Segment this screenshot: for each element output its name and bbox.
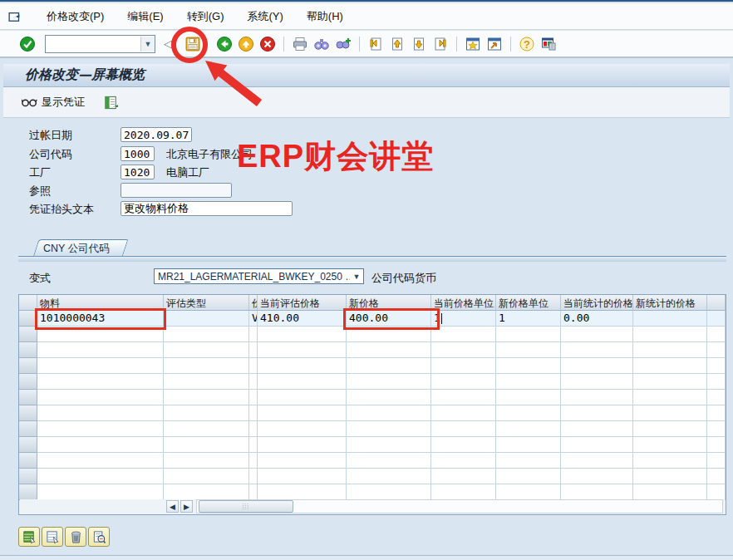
table-cell[interactable] [496,405,561,421]
table-cell[interactable] [37,342,164,358]
col-price-control[interactable]: 价 [249,295,258,311]
table-cell[interactable] [496,342,561,358]
table-cell[interactable] [496,390,561,405]
table-cell[interactable] [249,374,258,390]
table-cell[interactable] [496,358,561,374]
table-cell[interactable] [164,453,249,469]
help-icon[interactable]: ? [518,35,536,53]
table-cell[interactable] [164,311,249,327]
table-cell[interactable] [37,374,164,390]
system-menu-icon[interactable] [8,11,23,22]
table-cell[interactable] [164,358,249,374]
table-cell[interactable] [431,390,496,405]
table-cell[interactable] [496,437,561,453]
row-select-button[interactable] [19,484,37,500]
table-cell[interactable] [561,358,633,374]
row-select-button[interactable] [19,374,37,390]
plant-field[interactable]: 1020 [121,165,155,179]
next-page-icon[interactable] [410,35,428,53]
table-cell[interactable] [249,469,258,484]
table-cell[interactable] [37,453,164,469]
table-cell[interactable] [496,374,561,390]
scroll-left-icon[interactable]: ◀ [166,500,179,513]
table-cell[interactable] [633,390,707,405]
table-cell[interactable] [37,469,164,484]
table-cell[interactable] [258,405,347,421]
save-icon[interactable] [184,35,202,53]
find-next-icon[interactable] [334,35,352,53]
table-cell[interactable] [249,342,258,358]
table-cell[interactable] [633,421,707,437]
table-cell[interactable] [347,390,431,405]
menu-edit[interactable]: 编辑(E) [127,9,163,24]
table-cell[interactable] [633,484,707,500]
table-cell[interactable] [633,437,707,453]
table-cell[interactable] [37,358,164,374]
document-overview-icon[interactable] [101,93,120,111]
table-cell[interactable] [496,327,561,342]
table-cell[interactable] [249,484,258,500]
table-cell[interactable] [561,374,633,390]
col-current-valuation-price[interactable]: 当前评估价格 [258,295,347,311]
table-cell[interactable] [431,327,496,342]
table-cell[interactable] [258,453,347,469]
customize-layout-icon[interactable] [539,35,558,53]
table-cell[interactable] [431,437,496,453]
table-cell[interactable] [431,484,496,500]
table-cell[interactable] [258,358,347,374]
row-select-button[interactable] [19,358,37,374]
table-cell[interactable] [561,484,633,500]
col-current-stat-price[interactable]: 当前统计的价格 [561,295,633,311]
table-cell[interactable] [258,374,347,390]
back-icon[interactable] [215,35,234,53]
table-cell[interactable] [431,358,496,374]
table-cell[interactable] [561,469,633,484]
table-cell[interactable] [37,484,164,500]
table-cell[interactable] [258,327,347,342]
table-cell[interactable] [37,421,164,437]
table-cell[interactable] [347,421,431,437]
enter-icon[interactable] [18,35,37,53]
table-cell[interactable] [164,437,249,453]
table-cell[interactable] [633,311,707,327]
table-cell[interactable] [258,342,347,358]
table-cell[interactable] [347,453,431,469]
table-cell[interactable] [258,437,347,453]
previous-page-icon[interactable] [388,35,406,53]
table-cell[interactable] [249,327,258,342]
exit-icon[interactable] [237,35,255,53]
row-select-button[interactable] [19,405,37,421]
table-cell[interactable] [164,374,249,390]
command-dropdown-icon[interactable]: ▼ [140,37,155,52]
table-cell[interactable] [561,342,633,358]
table-cell[interactable]: 1 [431,311,496,327]
table-cell[interactable] [249,421,258,437]
menu-price-change[interactable]: 价格改变(P) [47,9,104,24]
cancel-icon[interactable] [258,35,277,53]
col-current-price-unit[interactable]: 当前价格单位 [431,295,496,311]
table-cell[interactable] [347,358,431,374]
hide-commandfield-icon[interactable]: ◁ [164,37,172,50]
reference-field[interactable] [121,183,232,198]
scroll-right-icon[interactable]: ▶ [180,500,193,513]
row-select-button[interactable] [19,342,37,358]
table-cell[interactable] [37,437,164,453]
select-all-button[interactable] [18,527,40,547]
col-new-stat-price[interactable]: 新统计的价格 [633,295,707,311]
table-cell[interactable] [37,390,164,405]
tab-company-code-currency[interactable]: CNY 公司代码 [32,239,123,256]
table-cell[interactable] [633,327,707,342]
row-select-button[interactable] [19,469,37,484]
table-cell[interactable]: 0.00 [561,311,633,327]
table-cell[interactable] [258,484,347,500]
table-cell[interactable] [633,342,707,358]
table-cell[interactable] [496,453,561,469]
scrollbar-thumb[interactable]: ∶∶∶∶∶∶ [199,500,293,513]
table-cell[interactable] [249,390,258,405]
menu-help[interactable]: 帮助(H) [307,9,343,24]
doc-header-text-field[interactable]: 更改物料价格 [121,201,293,216]
row-select-button[interactable] [19,421,37,437]
table-cell[interactable] [164,327,249,342]
menu-goto[interactable]: 转到(G) [187,9,224,24]
table-cell[interactable] [164,342,249,358]
